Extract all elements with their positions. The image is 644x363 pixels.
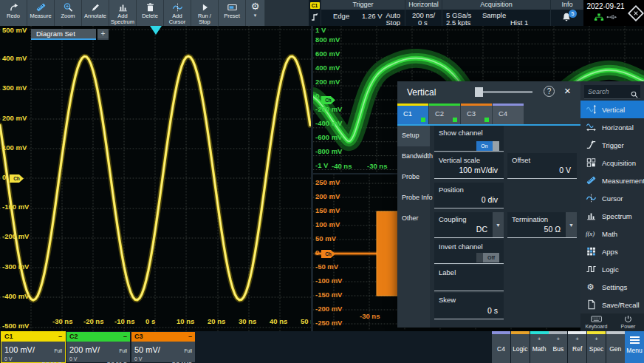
badge-minimize-button[interactable]: – bbox=[58, 332, 62, 342]
sidebar-item-settings[interactable]: ⚙Settings bbox=[580, 278, 644, 296]
toolbar-button-label: Zoom bbox=[61, 13, 75, 19]
channel-tab-c2[interactable]: C2 bbox=[429, 104, 460, 124]
toolbar-annotate-button[interactable]: Annotate bbox=[82, 0, 109, 26]
diagram-main-c1[interactable]: Diagram Set + 500 mV400 mV300 mV200 mV10… bbox=[0, 26, 311, 331]
badge-channel-name: C1 bbox=[4, 332, 13, 342]
toolbar-delete-button[interactable]: Delete bbox=[137, 0, 164, 26]
channel-badge-c3[interactable]: C3–50 mV/FullDC 1MΩ0 V bbox=[131, 332, 195, 362]
toolbar-run-stop-button[interactable]: Run / Stop bbox=[191, 0, 219, 26]
power-button[interactable]: Power bbox=[612, 313, 644, 331]
dialog-content: Show channel On Vertical scale 100 mV/di… bbox=[430, 126, 580, 328]
termination-field[interactable]: Termination 50 Ω ▼ bbox=[507, 212, 577, 238]
channel-badge-c1[interactable]: C1–100 mV/FullDC 50 Ω0 V bbox=[1, 332, 65, 362]
keyboard-button[interactable]: Keyboard bbox=[580, 313, 612, 331]
coupling-field[interactable]: Coupling DC ▼ bbox=[434, 212, 504, 238]
trigger-status-section[interactable]: Trigger Edge 1.26 V Auto Stop bbox=[321, 0, 405, 26]
channel-tab-c1[interactable]: C1 bbox=[397, 104, 428, 124]
axis-label: 150 mV bbox=[315, 206, 340, 214]
skew-field[interactable]: Skew 0 s bbox=[434, 293, 504, 319]
dialog-tab-setup[interactable]: Setup bbox=[397, 126, 430, 146]
sidebar-item-math[interactable]: f(x)Math bbox=[580, 225, 644, 242]
close-button[interactable]: × bbox=[564, 84, 571, 97]
ref-button[interactable]: +Ref bbox=[568, 331, 586, 363]
termination-dropdown-button[interactable]: ▼ bbox=[566, 212, 577, 237]
show-channel-toggle[interactable]: On bbox=[476, 141, 499, 151]
toolbar-add-cursor-button[interactable]: Add Cursor bbox=[164, 0, 191, 26]
trigger-position-marker[interactable] bbox=[150, 26, 162, 35]
c1-zero-marker[interactable]: Ch bbox=[10, 174, 24, 183]
cursor-icon bbox=[586, 193, 597, 203]
sidebar-footer: Keyboard Power bbox=[580, 313, 644, 331]
sidebar-item-horizontal[interactable]: Horizontal bbox=[580, 118, 644, 136]
toolbar-add-spectrum-button[interactable]: Add Spectrum bbox=[109, 0, 137, 26]
sidebar-item-label: Logic bbox=[602, 265, 619, 274]
sidebar-item-measurement[interactable]: Measurement bbox=[580, 172, 644, 189]
channel-tab-c4[interactable]: C4 bbox=[493, 104, 524, 124]
play-icon bbox=[199, 2, 210, 13]
axis-label: -30 ns bbox=[52, 317, 72, 325]
sidebar-item-acquisition[interactable]: Acquisition bbox=[580, 154, 644, 172]
menu-button[interactable]: Menu bbox=[625, 331, 644, 363]
axis-label: -400 mV bbox=[2, 292, 29, 300]
invert-channel-toggle[interactable]: Off bbox=[476, 253, 499, 262]
badge-minimize-button[interactable]: – bbox=[123, 332, 127, 342]
axis-label: -20 ns bbox=[83, 317, 103, 325]
dialog-tab-probe[interactable]: Probe bbox=[397, 167, 430, 188]
channel-tab-c3[interactable]: C3 bbox=[461, 104, 492, 124]
toolbar-measure-button[interactable]: Measure bbox=[27, 0, 55, 26]
vertical-scale-field[interactable]: Vertical scale 100 mV/div bbox=[434, 153, 504, 179]
trigger-type: Edge bbox=[333, 12, 349, 20]
dialog-tab-probe-info[interactable]: Probe Info bbox=[397, 188, 430, 208]
c2-zero-marker[interactable]: Ch bbox=[321, 96, 335, 104]
axis-label: 0 bbox=[315, 248, 319, 257]
c3-zero-marker[interactable]: Ch bbox=[321, 250, 335, 258]
invert-channel-field[interactable]: Invert channel Off bbox=[434, 240, 504, 264]
settings-menu-button[interactable]: ⚙▼ bbox=[246, 0, 265, 26]
c4-button[interactable]: C4 bbox=[492, 331, 510, 363]
dialog-title: Vertical bbox=[407, 87, 436, 98]
toolbar-preset-button[interactable]: Preset bbox=[219, 0, 246, 26]
sidebar-item-label: Settings bbox=[602, 283, 627, 291]
sidebar-item-apps[interactable]: Apps bbox=[580, 242, 644, 260]
axis-label: 200 mV bbox=[315, 192, 340, 200]
toolbar-button-label: Preset bbox=[224, 13, 240, 19]
dialog-header[interactable]: Vertical ? × bbox=[397, 81, 580, 104]
dialog-tab-other[interactable]: Other bbox=[397, 208, 430, 229]
coupling-dropdown-button[interactable]: ▼ bbox=[493, 212, 504, 237]
axis-label: -30 ns bbox=[367, 162, 387, 170]
sidebar-item-trigger[interactable]: Trigger bbox=[580, 136, 644, 154]
diagram-set-tab[interactable]: Diagram Set bbox=[31, 29, 96, 40]
signal-button-label: Logic bbox=[513, 345, 527, 353]
help-button[interactable]: ? bbox=[544, 86, 555, 97]
axis-label: 500 mV bbox=[2, 26, 27, 34]
sidebar-item-spectrum[interactable]: Spectrum bbox=[580, 207, 644, 225]
sidebar-item-cursor[interactable]: Cursor bbox=[580, 189, 644, 207]
toolbar-zoom-button[interactable]: Zoom bbox=[55, 0, 82, 26]
add-diagram-tab-button[interactable]: + bbox=[97, 29, 109, 40]
toolbar: RedoMeasureZoomAnnotateAdd SpectrumDelet… bbox=[0, 0, 309, 26]
add-icon: + bbox=[557, 336, 561, 344]
info-section[interactable]: Info 5 bbox=[550, 0, 583, 26]
channel-badge-c2[interactable]: C2–200 mV/FullDC 50 Ω0 V bbox=[66, 332, 130, 362]
math-button[interactable]: +Math bbox=[530, 331, 549, 363]
dialog-tab-bandwidth[interactable]: Bandwidth bbox=[397, 146, 430, 167]
bus-button[interactable]: +Bus bbox=[549, 331, 567, 363]
offset-field[interactable]: Offset 0 V bbox=[507, 153, 577, 179]
sidebar-item-vertical[interactable]: Vertical bbox=[580, 101, 644, 118]
acquisition-status-section[interactable]: Acquisition 5 GSa/s 2.5 kpts Sample Hist… bbox=[442, 0, 550, 26]
horizontal-status-section[interactable]: Horizontal 200 ns/ 0 s bbox=[405, 0, 442, 26]
dialog-transparency-slider[interactable] bbox=[475, 91, 532, 93]
toolbar-redo-button[interactable]: Redo bbox=[0, 0, 27, 26]
label-field[interactable]: Label bbox=[434, 265, 504, 291]
position-field[interactable]: Position 0 div bbox=[434, 183, 504, 208]
badge-minimize-button[interactable]: – bbox=[188, 332, 192, 342]
notification-count-badge: 5 bbox=[569, 10, 577, 18]
show-channel-field[interactable]: Show channel On bbox=[434, 126, 504, 152]
trigger-source-tag[interactable]: C1 bbox=[309, 0, 321, 26]
sidebar-item-save-recall[interactable]: Save/Recall bbox=[580, 296, 644, 313]
search-input[interactable] bbox=[584, 85, 640, 99]
sidebar-item-logic[interactable]: Logic bbox=[580, 260, 644, 278]
gen-button[interactable]: Gen bbox=[606, 331, 625, 363]
logic-button[interactable]: Logic bbox=[511, 331, 530, 363]
spec-button[interactable]: +Spec bbox=[587, 331, 606, 363]
